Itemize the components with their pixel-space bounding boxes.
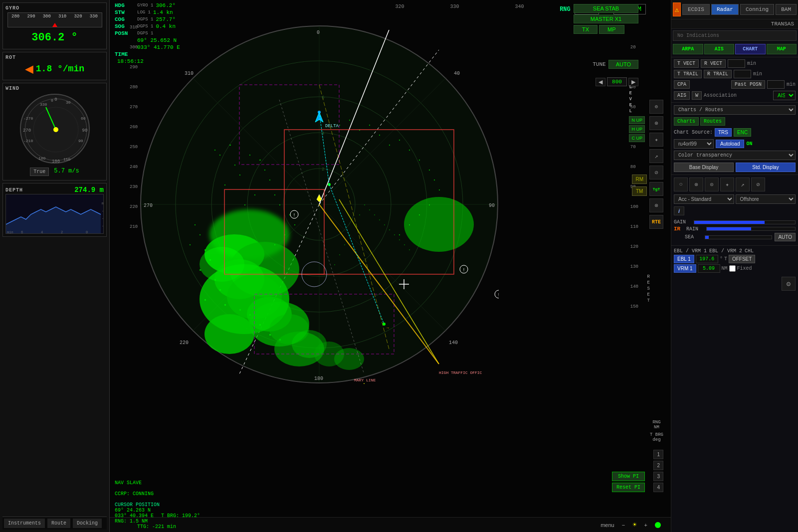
route-btn[interactable]: Route [47, 519, 70, 528]
acc-select[interactable]: Acc - Standard [674, 194, 734, 204]
mp-btn[interactable]: MP [599, 25, 624, 34]
fixed-checkbox[interactable] [729, 265, 736, 272]
past-posn-input[interactable]: 1 [767, 80, 785, 89]
h-up-btn[interactable]: H UP [629, 125, 645, 133]
map-btn[interactable]: MAP [767, 44, 797, 54]
trail-unit: min [753, 71, 762, 77]
svg-rect-156 [359, 214, 360, 215]
wind-bottom: True 5.7 m/s [5, 166, 104, 177]
autoload-btn[interactable]: Autoload [716, 140, 744, 148]
alert-icon[interactable]: ⚠ [673, 2, 681, 16]
t-label: T [647, 298, 650, 303]
gain-bar[interactable] [694, 220, 796, 224]
sea-bar[interactable] [705, 235, 772, 239]
master-x1-btn[interactable]: MASTER X1 [574, 14, 638, 23]
chart-btn[interactable]: CHART [735, 44, 766, 54]
past-posn-unit: min [787, 82, 796, 87]
reset-pi-btn[interactable]: Reset PI [612, 483, 645, 492]
routes-sub-btn[interactable]: Routes [700, 117, 725, 126]
svg-rect-55 [259, 160, 261, 161]
arrow-up-icon[interactable]: ↗ [736, 177, 750, 191]
cpa-row: CPA Past POSN 1 min [671, 79, 798, 90]
settings-gear-icon[interactable]: ⚙ [782, 277, 796, 291]
tm-btn[interactable]: TM [632, 186, 647, 196]
autoload-dropdown[interactable]: ru4orl99 [674, 139, 714, 149]
pi-num-3[interactable]: 3 [653, 472, 663, 481]
svg-rect-74 [419, 160, 420, 161]
svg-rect-73 [409, 150, 410, 151]
target-icon-btn[interactable]: ⊙ [649, 100, 663, 114]
sea-auto-btn[interactable]: AUTO [775, 233, 796, 241]
tab-bam[interactable]: BAM [776, 4, 797, 15]
tune-auto-btn[interactable]: AUTO [608, 60, 638, 69]
star-icon-btn[interactable]: ✦ [649, 133, 663, 147]
rvect-btn[interactable]: R VECT [701, 59, 726, 68]
ttrail-btn[interactable]: T TRAIL [674, 70, 702, 78]
tab-radar[interactable]: Radar [711, 4, 739, 15]
charts-sub-btn[interactable]: Charts [674, 117, 699, 126]
tab-ecdis[interactable]: ECDIS [682, 4, 710, 15]
circle-x-icon-btn[interactable]: ⊗ [649, 116, 663, 130]
sea-stab-btn[interactable]: SEA STAB [574, 4, 638, 13]
svg-rect-52 [239, 175, 240, 176]
pi-num-1[interactable]: 1 [653, 450, 663, 459]
sog-val: 0.4 kn [156, 23, 176, 29]
offshore-select[interactable]: Offshore [736, 194, 796, 204]
svg-text:220: 220 [180, 340, 189, 346]
info-btn[interactable]: i [674, 206, 684, 215]
circle-icon-1[interactable]: ○ [674, 177, 688, 191]
std-display-btn[interactable]: Std. Display [736, 163, 796, 172]
circle-dot-icon[interactable]: ⊙ [705, 177, 719, 191]
charts-routes-select[interactable]: Charts / Routes [674, 105, 796, 115]
tvect-btn[interactable]: T VECT [674, 59, 699, 68]
arpa-btn[interactable]: ARPA [673, 44, 703, 54]
docking-btn[interactable]: Docking [73, 519, 102, 528]
minus-btn[interactable]: − [622, 522, 625, 528]
rm-btn[interactable]: RM [632, 175, 647, 184]
w-btn[interactable]: W [692, 91, 702, 100]
cpa-btn[interactable]: CPA [674, 80, 690, 89]
trs-btn[interactable]: TRS [715, 128, 732, 137]
svg-rect-69 [369, 125, 370, 126]
show-pi-btn[interactable]: Show PI [612, 472, 645, 481]
base-display-btn[interactable]: Base Display [674, 163, 734, 172]
trail-min-input[interactable]: 6 [734, 70, 751, 78]
offset-btn[interactable]: OFFSET [729, 255, 755, 263]
star-icon-1[interactable]: ✦ [720, 177, 734, 191]
assoc-select[interactable]: AIS [773, 91, 796, 100]
slash-circle-icon[interactable]: ⊘ [751, 177, 765, 191]
menu-btn[interactable]: menu [600, 522, 614, 528]
cross-icon-btn[interactable]: ⊘ [649, 166, 663, 179]
pi-num-2[interactable]: 2 [653, 461, 663, 470]
rte-btn[interactable]: RTE [649, 215, 663, 229]
past-posn-btn[interactable]: Past POSN [731, 80, 765, 89]
pi-num-4[interactable]: 4 [653, 483, 663, 492]
svg-rect-54 [249, 155, 250, 156]
ais-btn[interactable]: AIS [704, 44, 735, 54]
n-up-btn[interactable]: N UP [629, 116, 645, 124]
settings-icon-btn[interactable]: ⊗ [649, 198, 663, 212]
gain-row: GAIN [674, 219, 796, 225]
enc-btn[interactable]: ENC [734, 128, 751, 137]
gyro-value: 306.2 ° [31, 29, 77, 46]
gyro-label: GYRO [5, 5, 104, 11]
main-container: GYRO 280 290 300 310 320 330 306.2 ° [0, 0, 798, 532]
settings-row: ⚙ [671, 275, 798, 292]
tx-btn[interactable]: TX [574, 25, 598, 34]
range-down-btn[interactable]: ◀ [596, 78, 605, 86]
c-up-btn[interactable]: C UP [629, 134, 645, 142]
ais-row-btn[interactable]: AIS [674, 91, 690, 100]
tgt-btn[interactable]: TgT [649, 182, 663, 196]
arrow-icon-btn[interactable]: ↗ [649, 149, 663, 163]
rtrail-btn[interactable]: R TRAIL [704, 70, 732, 78]
vrm1-btn[interactable]: VRM 1 [674, 264, 696, 273]
rain-bar[interactable] [706, 227, 796, 231]
instruments-btn[interactable]: Instruments [4, 519, 45, 528]
tab-conning[interactable]: Conning [740, 4, 774, 15]
vect-min-input[interactable]: 9 [728, 59, 745, 68]
color-transparency-select[interactable]: Color transparency [674, 151, 796, 160]
ebl1-btn[interactable]: EBL 1 [674, 255, 694, 263]
circle-x-icon-1[interactable]: ⊗ [689, 177, 703, 191]
plus-btn[interactable]: + [644, 522, 647, 528]
stw-source: LOG 1 [137, 10, 151, 15]
